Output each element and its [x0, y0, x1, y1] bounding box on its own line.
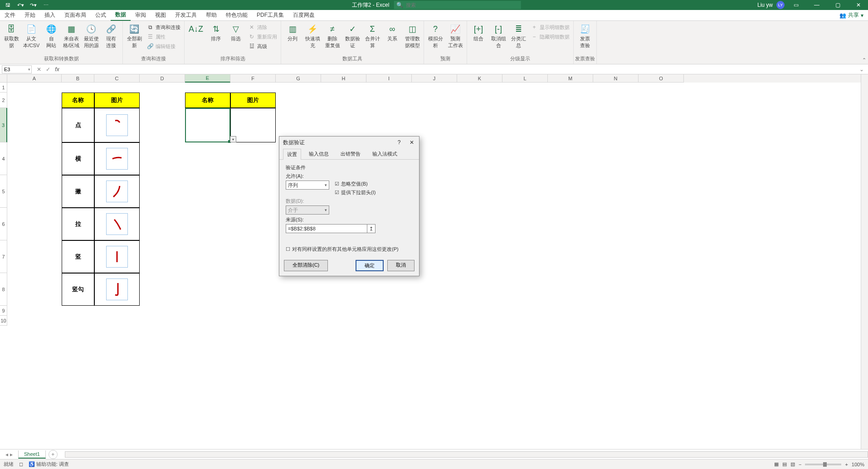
column-header[interactable]: O — [639, 74, 684, 83]
row-header[interactable]: 2 — [0, 93, 7, 108]
row-header[interactable]: 7 — [0, 240, 7, 273]
ribbon-button[interactable]: 📈预测工作表 — [446, 23, 465, 50]
source-input[interactable]: =$B$2:$B$8 — [286, 224, 367, 233]
accessibility-status[interactable]: ♿ 辅助功能: 调查 — [29, 461, 69, 468]
cell[interactable]: 图片 — [230, 93, 276, 108]
view-pagebreak-button[interactable]: ▧ — [790, 461, 795, 467]
cancel-button[interactable]: 取消 — [387, 260, 414, 271]
ribbon-button[interactable]: ▥分列 — [283, 23, 302, 43]
fx-button[interactable]: fx — [53, 66, 62, 73]
dialog-help-button[interactable]: ? — [395, 139, 404, 146]
ribbon-tab[interactable]: 公式 — [91, 10, 111, 21]
cell[interactable] — [94, 273, 140, 306]
ribbon-button[interactable]: 🧾发票查验 — [575, 23, 595, 50]
enter-formula-button[interactable]: ✓ — [44, 66, 53, 73]
ribbon-tab[interactable]: 文件 — [0, 10, 20, 21]
row-header[interactable]: 1 — [0, 83, 7, 93]
cell[interactable] — [230, 108, 276, 142]
cell[interactable]: 竖 — [62, 240, 94, 273]
cell[interactable]: 名称 — [185, 93, 230, 108]
ribbon-display-options[interactable]: ▭ — [786, 0, 805, 10]
column-header[interactable]: G — [276, 74, 321, 83]
dialog-tab[interactable]: 输入信息 — [305, 148, 333, 159]
cell[interactable]: 拉 — [62, 208, 94, 240]
horizontal-scrollbar[interactable] — [65, 451, 868, 458]
ribbon-button[interactable]: ▦来自表格/区域 — [62, 23, 81, 50]
column-header[interactable]: N — [593, 74, 639, 83]
ribbon-button[interactable]: 🔗现有连接 — [102, 23, 121, 50]
column-header[interactable]: I — [366, 74, 412, 83]
row-header[interactable]: 9 — [0, 306, 7, 316]
ribbon-button-small[interactable]: ☳高级 — [246, 42, 279, 51]
row-header[interactable]: 3 — [0, 108, 7, 142]
macro-record-icon[interactable]: ◻ — [19, 461, 23, 467]
ignore-blank-checkbox[interactable]: ☑ 忽略空值(B) — [335, 181, 375, 187]
ribbon-tab[interactable]: 审阅 — [131, 10, 151, 21]
search-input[interactable] — [406, 2, 518, 8]
ribbon-tab[interactable]: 插入 — [40, 10, 60, 21]
column-header[interactable]: C — [94, 74, 140, 83]
column-header[interactable]: B — [62, 74, 94, 83]
cell[interactable]: 撇 — [62, 175, 94, 208]
zoom-in-button[interactable]: + — [845, 462, 848, 467]
column-header[interactable]: F — [230, 74, 276, 83]
redo-button[interactable]: ↷▾ — [28, 0, 38, 10]
apply-others-checkbox[interactable]: ☐ 对有同样设置的所有其他单元格应用这些更改(P) — [286, 246, 413, 253]
user-avatar[interactable]: LY — [776, 1, 785, 9]
collapse-ribbon-button[interactable]: ⌃ — [862, 57, 866, 63]
column-header[interactable]: M — [548, 74, 593, 83]
ribbon-button[interactable]: Σ合并计算 — [363, 23, 382, 50]
dialog-tab[interactable]: 输入法模式 — [368, 148, 401, 159]
ribbon-button[interactable]: 🔄全部刷新 — [125, 23, 144, 50]
row-header[interactable]: 8 — [0, 273, 7, 306]
select-all-button[interactable] — [0, 74, 7, 83]
ribbon-tab[interactable]: 视图 — [151, 10, 171, 21]
ribbon-tab[interactable]: 开发工具 — [171, 10, 201, 21]
formula-input[interactable] — [62, 67, 866, 72]
column-header[interactable]: A — [7, 74, 62, 83]
cell[interactable] — [94, 175, 140, 208]
ribbon-button[interactable]: ≠删除重复值 — [323, 23, 342, 50]
sheet-nav-buttons[interactable]: ◂ ▸ — [0, 451, 18, 458]
dropdown-arrow-checkbox[interactable]: ☑ 提供下拉箭头(I) — [335, 189, 375, 196]
row-header[interactable]: 4 — [0, 142, 7, 175]
cell[interactable]: 横 — [62, 142, 94, 175]
column-header[interactable]: J — [412, 74, 457, 83]
ribbon-button[interactable]: ?模拟分析 — [426, 23, 445, 50]
ribbon-tab[interactable]: 页面布局 — [60, 10, 91, 21]
range-picker-button[interactable]: ↥ — [367, 224, 375, 233]
ribbon-button[interactable]: A↓Z — [186, 23, 205, 36]
cell[interactable]: 图片 — [94, 93, 140, 108]
cell[interactable] — [94, 142, 140, 175]
ribbon-tab[interactable]: 百度网盘 — [288, 10, 319, 21]
zoom-out-button[interactable]: − — [799, 462, 801, 467]
ok-button[interactable]: 确定 — [356, 260, 384, 271]
zoom-slider[interactable] — [805, 464, 841, 465]
ribbon-tab[interactable]: 数据 — [111, 10, 131, 21]
ribbon-button[interactable]: [+]组合 — [469, 23, 488, 43]
ribbon-button[interactable]: ⇅排序 — [206, 23, 225, 43]
allow-select[interactable]: 序列 — [286, 181, 329, 190]
dialog-titlebar[interactable]: 数据验证 ? ✕ — [279, 137, 419, 148]
cell[interactable] — [94, 208, 140, 240]
share-button[interactable]: 👥 共享 ▾ — [835, 11, 868, 19]
cell[interactable] — [94, 240, 140, 273]
row-header[interactable]: 10 — [0, 316, 7, 326]
search-box[interactable]: 🔍 — [394, 1, 521, 9]
ribbon-button[interactable]: [-]取消组合 — [489, 23, 508, 50]
ribbon-button[interactable]: 🕓最近使用的源 — [82, 23, 101, 50]
ribbon-button[interactable]: 🌐自网站 — [42, 23, 61, 50]
cell[interactable]: 名称 — [62, 93, 94, 108]
ribbon-button[interactable]: 📄从文本/CSV — [22, 23, 41, 50]
column-header[interactable]: H — [321, 74, 366, 83]
ribbon-tab[interactable]: PDF工具集 — [252, 10, 288, 21]
dialog-tab[interactable]: 设置 — [283, 149, 301, 160]
column-header[interactable]: L — [502, 74, 548, 83]
ribbon-button[interactable]: ◫管理数据模型 — [403, 23, 422, 50]
minimize-button[interactable]: — — [807, 0, 826, 10]
expand-formula-bar-button[interactable]: ⌄ — [857, 66, 866, 73]
maximize-button[interactable]: ▢ — [828, 0, 847, 10]
cell[interactable] — [94, 108, 140, 142]
ribbon-button[interactable]: ✓数据验证 — [343, 23, 362, 50]
ribbon-button[interactable]: 🗄获取数据 — [2, 23, 21, 50]
